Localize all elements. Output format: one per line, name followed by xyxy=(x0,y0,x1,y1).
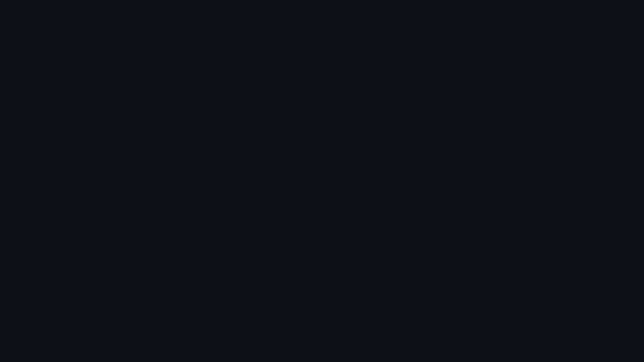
video-frame-grid xyxy=(0,0,644,362)
autocad-window-grid xyxy=(0,0,644,362)
